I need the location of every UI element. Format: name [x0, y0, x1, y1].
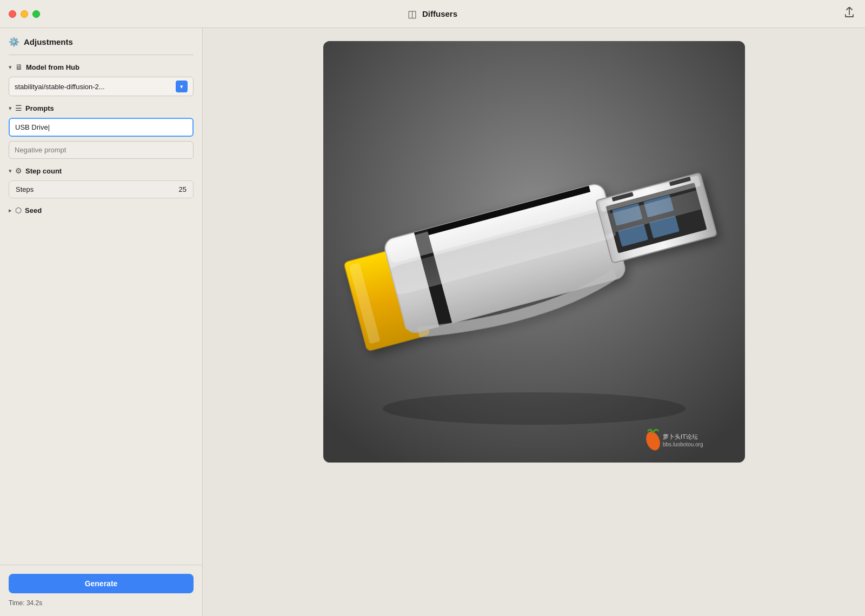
sidebar: ⚙️ Adjustments ▾ 🖥 Model from Hub stabil…: [0, 28, 203, 616]
minimize-button[interactable]: [21, 10, 28, 18]
negative-prompt-input[interactable]: [9, 141, 194, 159]
prompts-section-header[interactable]: ▾ ☰ Prompts: [9, 104, 194, 112]
prompts-chevron-icon: ▾: [9, 105, 12, 112]
step-count-chevron-icon: ▾: [9, 168, 12, 175]
model-selector-text: stabilityai/stable-diffusion-2...: [15, 83, 105, 91]
model-section: ▾ 🖥 Model from Hub stabilityai/stable-di…: [9, 63, 194, 96]
svg-text:bbs.luobotou.org: bbs.luobotou.org: [663, 441, 703, 447]
header-divider: [9, 55, 194, 55]
prompts-section-title: Prompts: [25, 104, 54, 112]
seed-section-header[interactable]: ▸ ⬡ Seed: [9, 206, 194, 215]
main-content: 萝卜头IT论坛 bbs.luobotou.org: [203, 28, 865, 616]
seed-title: Seed: [25, 206, 42, 215]
steps-row: Steps 25: [9, 180, 194, 198]
sidebar-footer: Generate Time: 34.2s: [0, 565, 202, 616]
seed-icon: ⬡: [15, 206, 22, 215]
prompt-input[interactable]: [9, 118, 194, 137]
share-button[interactable]: [844, 7, 854, 21]
svg-point-1: [383, 392, 686, 425]
generated-image: 萝卜头IT论坛 bbs.luobotou.org: [323, 41, 745, 463]
model-icon: 🖥: [15, 63, 23, 71]
sidebar-toggle-icon[interactable]: ◫: [408, 8, 417, 20]
close-button[interactable]: [9, 10, 16, 18]
traffic-lights: [9, 10, 40, 18]
model-selector[interactable]: stabilityai/stable-diffusion-2... ▾: [9, 77, 194, 96]
model-chevron-icon: ▾: [9, 64, 12, 71]
step-count-icon: ⚙: [15, 166, 22, 175]
model-selector-arrow[interactable]: ▾: [176, 81, 188, 92]
adjustments-title: Adjustments: [24, 37, 73, 46]
seed-chevron-icon: ▸: [9, 207, 12, 214]
usb-image-svg: 萝卜头IT论坛 bbs.luobotou.org: [323, 41, 745, 463]
model-dropdown-icon: ▾: [180, 83, 183, 90]
adjustments-icon: ⚙️: [9, 37, 19, 47]
steps-label: Steps: [16, 185, 34, 193]
titlebar-title: Diffusers: [422, 9, 457, 18]
svg-text:萝卜头IT论坛: 萝卜头IT论坛: [663, 433, 698, 440]
sidebar-content: ⚙️ Adjustments ▾ 🖥 Model from Hub stabil…: [0, 28, 202, 565]
step-count-section: ▾ ⚙ Step count Steps 25: [9, 166, 194, 198]
step-count-title: Step count: [25, 167, 62, 175]
prompts-section: ▾ ☰ Prompts: [9, 104, 194, 159]
main-layout: ⚙️ Adjustments ▾ 🖥 Model from Hub stabil…: [0, 28, 865, 616]
seed-section: ▸ ⬡ Seed: [9, 206, 194, 215]
titlebar-center: ◫ Diffusers: [408, 8, 457, 20]
step-count-header[interactable]: ▾ ⚙ Step count: [9, 166, 194, 175]
time-label: Time: 34.2s: [9, 599, 42, 607]
generate-button[interactable]: Generate: [9, 574, 194, 593]
steps-value: 25: [179, 185, 187, 193]
model-section-header[interactable]: ▾ 🖥 Model from Hub: [9, 63, 194, 71]
titlebar: ◫ Diffusers: [0, 0, 865, 28]
adjustments-header: ⚙️ Adjustments: [9, 37, 194, 47]
model-section-title: Model from Hub: [26, 63, 79, 71]
prompts-icon: ☰: [15, 104, 22, 112]
maximize-button[interactable]: [32, 10, 40, 18]
